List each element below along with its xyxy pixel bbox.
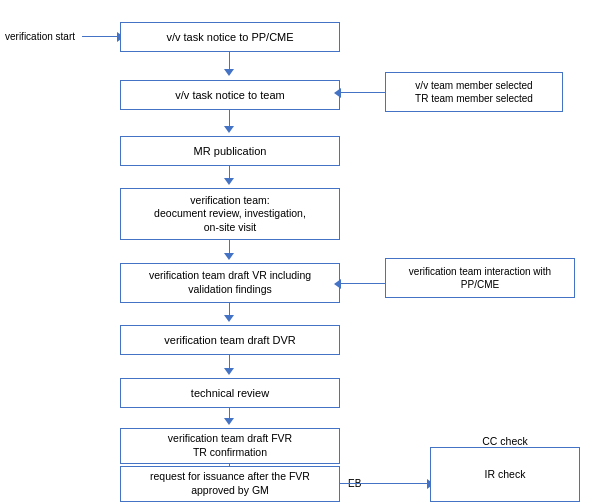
box-task-notice-team-label: v/v task notice to team [175,88,284,102]
box-draft-fvr: verification team draft FVR TR confirmat… [120,428,340,464]
box-draft-dvr-label: verification team draft DVR [164,333,295,347]
box-draft-vr-label: verification team draft VR including val… [149,269,311,296]
box-draft-vr: verification team draft VR including val… [120,263,340,303]
side-box-interaction-label: verification team interaction with PP/CM… [392,265,568,291]
process-flow-diagram: verification start v/v task notice to PP… [0,0,606,504]
box-verification-team: verification team: deocument review, inv… [120,188,340,240]
box-mr-publication: MR publication [120,136,340,166]
box-mr-publication-label: MR publication [194,144,267,158]
box-request-issuance-label: request for issuance after the FVR appro… [150,470,310,497]
side-box-checks: CC check IR check issuance or rejection [430,447,580,502]
box-technical-review: technical review [120,378,340,408]
side-box-interaction: verification team interaction with PP/CM… [385,258,575,298]
eb-arrow-line [340,483,430,484]
arrow7-8-head [224,418,234,425]
start-label: verification start [5,31,75,42]
box-task-notice-pp-cme: v/v task notice to PP/CME [120,22,340,52]
side-arrow2-head [334,279,341,289]
side-arrow1-head [334,88,341,98]
arrow5-6-head [224,315,234,322]
arrow3-4-head [224,178,234,185]
box-verification-team-label: verification team: deocument review, inv… [154,194,306,235]
side-arrow2-line [341,283,385,284]
start-arrow-line [82,36,120,37]
arrow1-2-head [224,69,234,76]
side-box-team-selected-label: v/v team member selected TR team member … [415,79,533,105]
side-box-checks-label: CC check IR check issuance or rejection [457,433,553,504]
side-arrow1-line [341,92,385,93]
box-task-notice-pp-cme-label: v/v task notice to PP/CME [166,30,293,44]
side-box-team-selected: v/v team member selected TR team member … [385,72,563,112]
box-draft-dvr: verification team draft DVR [120,325,340,355]
box-draft-fvr-label: verification team draft FVR TR confirmat… [168,432,292,459]
arrow2-3-head [224,126,234,133]
arrow6-7-head [224,368,234,375]
arrow4-5-head [224,253,234,260]
box-technical-review-label: technical review [191,386,269,400]
box-task-notice-team: v/v task notice to team [120,80,340,110]
box-request-issuance: request for issuance after the FVR appro… [120,466,340,502]
